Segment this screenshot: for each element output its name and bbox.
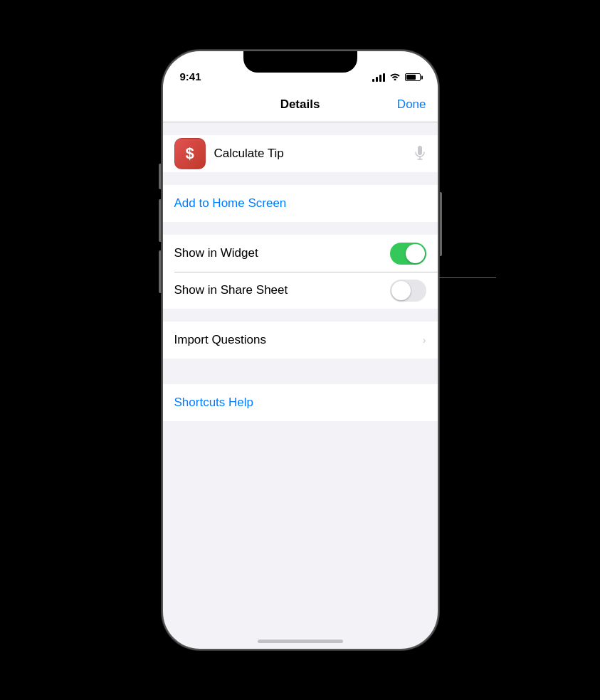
main-content: Details Done $ Calculate Tip <box>163 87 438 649</box>
notch <box>243 51 357 73</box>
wifi-icon <box>389 72 401 83</box>
toggle-knob-share <box>391 281 411 300</box>
import-group: Import Questions › <box>163 322 438 359</box>
app-icon: $ <box>174 138 206 169</box>
status-icons <box>372 72 421 83</box>
home-bar <box>258 640 343 643</box>
microphone-icon[interactable] <box>414 145 426 162</box>
help-group: Shortcuts Help <box>163 384 438 421</box>
toggles-group: Show in Widget Show in Share Sheet <box>163 235 438 309</box>
signal-bars-icon <box>372 73 385 82</box>
show-in-share-sheet-toggle[interactable] <box>390 280 426 302</box>
section-gap-2 <box>163 172 438 185</box>
home-screen-group: Add to Home Screen <box>163 185 438 222</box>
section-gap-3 <box>163 222 438 235</box>
show-in-share-sheet-label: Show in Share Sheet <box>174 283 390 297</box>
show-in-widget-toggle[interactable] <box>390 243 426 265</box>
mute-button <box>159 164 162 189</box>
phone-frame: 9:41 <box>162 50 439 650</box>
app-row: $ Calculate Tip <box>163 135 438 172</box>
battery-fill <box>406 75 416 80</box>
app-icon-row: $ Calculate Tip <box>174 138 414 169</box>
add-to-home-screen-item[interactable]: Add to Home Screen <box>163 185 438 222</box>
toggle-knob-widget <box>406 244 425 263</box>
app-row-group: $ Calculate Tip <box>163 135 438 172</box>
nav-title: Details <box>280 97 320 112</box>
battery-icon <box>405 73 421 81</box>
dollar-sign-icon: $ <box>185 144 194 163</box>
annotation-line <box>439 277 496 278</box>
shortcuts-help-item[interactable]: Shortcuts Help <box>163 384 438 421</box>
phone-wrapper: 9:41 <box>162 50 439 650</box>
screen: 9:41 <box>163 51 438 649</box>
section-gap-1 <box>163 122 438 135</box>
add-to-home-screen-label: Add to Home Screen <box>174 196 287 211</box>
done-button[interactable]: Done <box>397 97 426 112</box>
app-name-label: Calculate Tip <box>214 147 414 161</box>
status-time: 9:41 <box>180 70 201 83</box>
power-button <box>439 192 442 256</box>
section-gap-4 <box>163 309 438 322</box>
volume-up-button <box>159 199 162 242</box>
navigation-bar: Details Done <box>163 87 438 122</box>
show-in-share-sheet-item[interactable]: Show in Share Sheet <box>163 272 438 309</box>
chevron-right-icon: › <box>423 334 426 346</box>
import-questions-label: Import Questions <box>174 333 417 347</box>
import-questions-item[interactable]: Import Questions › <box>163 322 438 359</box>
show-in-widget-item[interactable]: Show in Widget <box>163 235 438 272</box>
svg-rect-0 <box>418 146 422 155</box>
show-in-widget-label: Show in Widget <box>174 246 390 260</box>
section-gap-5 <box>163 359 438 384</box>
volume-down-button <box>159 250 162 293</box>
shortcuts-help-label: Shortcuts Help <box>174 396 254 410</box>
